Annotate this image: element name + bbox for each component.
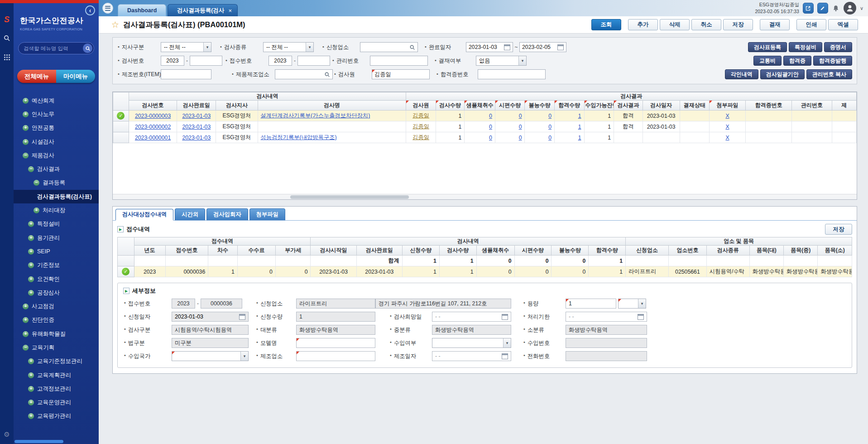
cert-no-input[interactable] <box>480 71 543 77</box>
branch-select[interactable]: -- 전체 --▾ <box>161 42 211 52</box>
receipt-seq-input[interactable] <box>204 300 239 307</box>
sidebar-item-edu-planning[interactable]: 교육기획 <box>14 341 99 354</box>
col-complete-date[interactable]: 검사완료일 <box>177 101 216 111</box>
col-start-date[interactable]: 검사시작일 <box>311 246 356 256</box>
edit-icon[interactable] <box>817 3 828 14</box>
query-button[interactable]: 조회 <box>591 19 621 30</box>
table-row[interactable]: ✓ 2023-0000003 2023-01-03 ESG경영처 설계단계검사기… <box>113 111 857 121</box>
inspector-link[interactable]: 김종일 <box>412 123 429 130</box>
row-selector-cell[interactable] <box>113 132 129 143</box>
tree-plus-icon[interactable] <box>23 125 29 131</box>
menu-search-icon[interactable] <box>83 43 92 53</box>
tree-plus-icon[interactable] <box>23 317 29 323</box>
col-vat[interactable]: 부가세 <box>275 246 311 256</box>
tree-plus-icon[interactable] <box>23 331 29 337</box>
tree-plus-icon[interactable] <box>34 208 39 213</box>
product-maker-input[interactable] <box>278 71 324 77</box>
attachment-link[interactable]: X <box>725 124 729 130</box>
search-icon[interactable] <box>324 72 330 77</box>
sample-link[interactable]: 0 <box>489 113 492 119</box>
sidebar-item-edu-operation[interactable]: 교육운영관리 <box>14 396 99 410</box>
inspection-no-seq-input[interactable] <box>192 58 220 64</box>
col-fail[interactable]: 불능수량 <box>551 246 589 256</box>
tree-plus-icon[interactable] <box>28 276 34 282</box>
complete-date-link[interactable]: 2023-01-03 <box>182 135 211 141</box>
transport-fee-button[interactable]: 교통비 <box>753 56 782 66</box>
col-cert-no[interactable]: 합격증번호 <box>746 101 792 111</box>
pass-link[interactable]: 1 <box>578 135 581 141</box>
sidebar-item-result-register[interactable]: 결과등록 <box>14 176 99 190</box>
inspection-no-link[interactable]: 2023-0000002 <box>135 124 171 130</box>
inspector-input[interactable] <box>374 71 427 77</box>
calendar-icon[interactable] <box>504 44 510 50</box>
col-company-no[interactable]: 업소번호 <box>668 246 706 256</box>
tree-plus-icon[interactable] <box>28 372 34 378</box>
excel-button[interactable]: 엑셀 <box>828 19 858 30</box>
col-remain[interactable]: 수입가능잔량 <box>584 101 614 111</box>
tab-my-menu[interactable]: 마이메뉴 <box>56 70 95 83</box>
cat-small-input[interactable] <box>569 327 644 333</box>
capacity-unit-select[interactable]: ▾ <box>618 299 646 309</box>
col-branch[interactable]: 검사지사 <box>216 101 258 111</box>
sidebar-item-container[interactable]: 용기관리 <box>14 231 99 245</box>
pass-cert-issue-button[interactable]: 합격증발행 <box>813 56 852 66</box>
sample-link[interactable]: 0 <box>489 135 492 141</box>
special-equipment-button[interactable]: 특정설비 <box>789 42 822 52</box>
tree-plus-icon[interactable] <box>28 400 34 405</box>
approve-button[interactable]: 결재 <box>760 19 790 30</box>
sidebar-item-edu-standard[interactable]: 교육기준정보관리 <box>14 355 99 368</box>
receipt-save-button[interactable]: 저장 <box>825 224 852 235</box>
sidebar-item-edu-evaluation[interactable]: 교육평가관리 <box>14 410 99 423</box>
table-row[interactable]: ✓ 2023 0000036 1 0 0 2023-01-03 2023-01-… <box>118 266 852 277</box>
law-input[interactable] <box>175 340 245 346</box>
col-insp-kind[interactable]: 검사종류 <box>706 246 749 256</box>
col-qty[interactable]: 검사수량 <box>436 101 465 111</box>
model-input[interactable] <box>299 340 372 346</box>
col-insp-qty[interactable]: 검사수량 <box>439 246 476 256</box>
sidebar-item-budget[interactable]: 예산회계 <box>14 94 99 107</box>
tab-inspection-result[interactable]: 검사결과등록(검사 × <box>168 4 238 16</box>
sidebar-collapse-icon[interactable]: ‹ <box>85 5 95 15</box>
receipt-year-input[interactable] <box>175 300 192 307</box>
user-avatar[interactable] <box>844 2 856 14</box>
complete-date-link[interactable]: 2023-01-03 <box>182 113 211 119</box>
col-pass[interactable]: 합격수량 <box>589 246 626 256</box>
apps-grid-icon[interactable] <box>4 54 5 56</box>
col-fail[interactable]: 불능수량 <box>525 101 555 111</box>
rail-search-icon[interactable] <box>3 34 10 43</box>
col-item-small[interactable]: 품목(소) <box>818 246 852 256</box>
hope-date-field[interactable]: - - <box>432 312 511 322</box>
col-approval-state[interactable]: 결재상태 <box>680 101 710 111</box>
favorite-star-icon[interactable]: ☆ <box>111 20 119 29</box>
inspection-no-year-input[interactable] <box>163 58 182 64</box>
col-attachment[interactable]: 첨부파일 <box>710 101 746 111</box>
applicant-address-input[interactable] <box>379 300 508 307</box>
calendar-icon[interactable] <box>638 314 644 320</box>
tree-minus-icon[interactable] <box>23 153 29 159</box>
tree-plus-icon[interactable] <box>28 413 34 419</box>
make-date-field[interactable]: - - <box>432 351 511 361</box>
sidebar-item-factory-audit[interactable]: 공장심사 <box>14 286 99 299</box>
specimen-link[interactable]: 0 <box>519 135 522 141</box>
inspection-type-select[interactable]: -- 전체 --▾ <box>263 42 314 52</box>
calendar-icon[interactable] <box>557 44 564 50</box>
table-row[interactable]: 2023-0000001 2023-01-03 ESG경영처 성능검정기록부(내… <box>113 132 857 143</box>
tree-plus-icon[interactable] <box>23 98 29 104</box>
tab-witness[interactable]: 검사입회자 <box>206 208 248 220</box>
tab-overtime[interactable]: 시간외 <box>175 208 205 220</box>
inspection-name-link[interactable]: 성능검정기록부(내압방폭구조) <box>261 134 337 140</box>
calendar-icon[interactable] <box>502 314 508 320</box>
sidebar-item-standard-info[interactable]: 기준정보 <box>14 259 99 272</box>
col-mgmt-no[interactable]: 관리번호 <box>792 101 832 111</box>
col-applicant[interactable]: 신청업소 <box>626 246 669 256</box>
notification-bell-icon[interactable] <box>832 5 840 12</box>
engraving-history-button[interactable]: 각인내역 <box>725 69 758 79</box>
sidebar-item-inspection-result[interactable]: 검사결과 <box>14 162 99 176</box>
tab-receipt-list[interactable]: 검사대상접수내역 <box>115 209 173 221</box>
col-sample[interactable]: 샘플채취수 <box>465 101 495 111</box>
tree-plus-icon[interactable] <box>28 386 34 392</box>
complete-date-from[interactable]: 2023-01-03 <box>466 42 513 52</box>
country-select[interactable]: ▾ <box>172 351 249 361</box>
col-inspection-name[interactable]: 검사명 <box>258 101 406 111</box>
col-sample[interactable]: 샘플채취수 <box>476 246 514 256</box>
